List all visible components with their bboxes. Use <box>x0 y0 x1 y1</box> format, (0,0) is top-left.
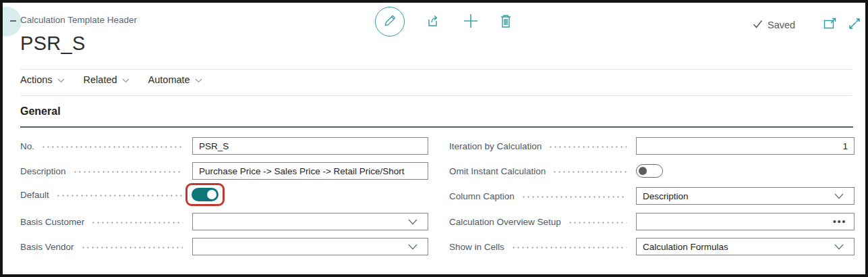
field-label-no: No. <box>20 141 34 151</box>
chevron-down-icon <box>408 242 422 252</box>
chevron-down-icon <box>408 217 422 227</box>
plus-icon <box>463 13 479 32</box>
open-in-new-window-icon <box>823 18 838 32</box>
back-arrow-icon <box>10 20 16 22</box>
menu-related[interactable]: Related <box>84 74 129 85</box>
chevron-down-icon <box>834 242 848 252</box>
field-label-omit-instant: Omit Instant Calculation <box>449 166 546 176</box>
field-label-default: Default <box>20 190 49 200</box>
dotted-leader <box>81 247 183 249</box>
show-in-cells-dropdown[interactable]: Calculation Formulas <box>636 238 855 255</box>
field-row-omit-instant: Omit Instant Calculation <box>449 161 855 180</box>
menu-related-label: Related <box>84 74 117 85</box>
edit-button[interactable] <box>375 7 405 36</box>
basis-vendor-dropdown[interactable] <box>192 238 428 255</box>
dotted-leader <box>568 222 627 224</box>
dotted-leader <box>56 195 183 197</box>
column-caption-dropdown[interactable]: Description <box>636 187 855 205</box>
field-row-basis-vendor: Basis Vendor <box>20 237 428 256</box>
menu-actions[interactable]: Actions <box>20 74 65 85</box>
action-bar: Actions Related Automate <box>20 74 202 85</box>
dotted-leader <box>41 146 183 148</box>
dotted-leader <box>548 146 627 148</box>
field-label-description: Description <box>20 166 66 176</box>
saved-label: Saved <box>768 20 795 30</box>
field-label-basis-customer: Basis Customer <box>20 217 84 227</box>
calc-overview-setup-field[interactable]: ••• <box>636 213 855 230</box>
pencil-icon <box>384 14 397 30</box>
field-label-basis-vendor: Basis Vendor <box>20 242 74 252</box>
field-row-default: Default <box>20 185 428 204</box>
chevron-down-icon <box>122 74 129 85</box>
back-button[interactable] <box>0 7 22 36</box>
dotted-leader <box>73 171 183 173</box>
save-status: Saved <box>753 20 795 30</box>
page-title: PSR_S <box>20 32 86 55</box>
dotted-leader <box>552 171 627 173</box>
dotted-leader <box>511 247 627 249</box>
expand-arrow-icon <box>848 18 861 33</box>
field-row-iteration: Iteration by Calculation <box>449 136 855 155</box>
ellipsis-assist-icon[interactable]: ••• <box>833 218 846 225</box>
focus-mode-button[interactable] <box>848 18 861 33</box>
chevron-down-icon <box>834 191 848 201</box>
description-input[interactable] <box>192 162 428 180</box>
no-input[interactable] <box>192 137 428 155</box>
show-in-cells-value: Calculation Formulas <box>643 242 728 252</box>
field-row-show-in-cells: Show in Cells Calculation Formulas <box>449 237 855 256</box>
section-title-general[interactable]: General <box>20 105 61 118</box>
share-icon <box>426 14 441 31</box>
field-label-calc-overview-setup: Calculation Overview Setup <box>449 217 561 227</box>
menu-automate-label: Automate <box>148 74 190 85</box>
share-button[interactable] <box>426 14 441 31</box>
iteration-input[interactable] <box>636 137 855 155</box>
dotted-leader <box>521 196 627 198</box>
toggle-knob <box>207 190 216 199</box>
default-toggle[interactable] <box>192 188 219 201</box>
field-row-description: Description <box>20 161 428 180</box>
field-row-calc-overview-setup: Calculation Overview Setup ••• <box>449 212 855 231</box>
open-in-new-window-button[interactable] <box>823 18 838 32</box>
section-underline <box>20 126 853 128</box>
delete-button[interactable] <box>499 14 513 31</box>
field-row-basis-customer: Basis Customer <box>20 212 428 231</box>
checkmark-icon <box>753 20 763 30</box>
field-row-column-caption: Column Caption Description <box>449 186 855 205</box>
chevron-down-icon <box>57 74 65 85</box>
field-label-column-caption: Column Caption <box>449 191 515 201</box>
dotted-leader <box>91 222 183 224</box>
actionbar-divider <box>20 95 852 96</box>
column-caption-value: Description <box>643 191 689 201</box>
field-label-iteration: Iteration by Calculation <box>449 141 542 151</box>
highlight-annotation-box <box>185 183 225 206</box>
new-button[interactable] <box>463 13 479 32</box>
menu-automate[interactable]: Automate <box>148 74 202 85</box>
calculation-template-header-page: Calculation Template Header PSR_S Saved <box>0 0 868 277</box>
trash-icon <box>499 14 513 31</box>
chevron-down-icon <box>195 74 202 85</box>
page-caption: Calculation Template Header <box>20 15 137 25</box>
header-divider <box>20 69 852 70</box>
basis-customer-dropdown[interactable] <box>192 213 428 230</box>
field-row-no: No. <box>20 136 428 155</box>
toggle-knob <box>639 167 647 175</box>
menu-actions-label: Actions <box>20 74 53 85</box>
field-label-show-in-cells: Show in Cells <box>449 242 504 252</box>
omit-instant-toggle[interactable] <box>636 164 663 178</box>
